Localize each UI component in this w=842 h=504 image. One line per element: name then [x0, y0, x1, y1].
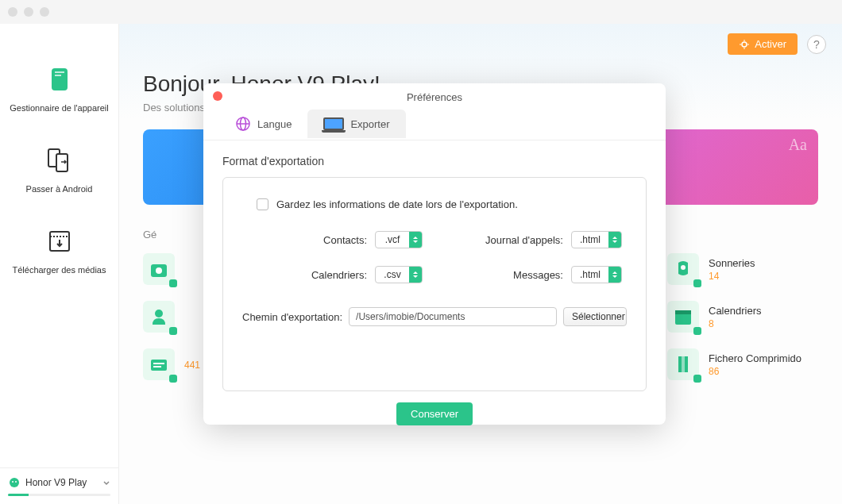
- stepper-icon: [409, 232, 422, 248]
- svg-point-16: [156, 267, 162, 274]
- sidebar: Gestionnaire de l'appareil Passer à Andr…: [0, 24, 119, 504]
- grid-item[interactable]: Calendriers 8: [667, 301, 818, 333]
- calendriers-label: Calendriers:: [311, 269, 367, 281]
- device-footer: Honor V9 Play: [0, 467, 118, 504]
- tab-exporter[interactable]: Exporter: [307, 110, 405, 138]
- category-icon: [667, 348, 699, 380]
- help-button[interactable]: ?: [807, 35, 826, 54]
- modal-title: Préférences: [203, 83, 666, 108]
- category-icon: [667, 301, 699, 333]
- category-title: Calendriers: [709, 305, 761, 317]
- sidebar-item-label: Gestionnaire de l'appareil: [8, 103, 110, 113]
- stepper-icon: [608, 232, 621, 248]
- svg-rect-26: [153, 363, 164, 364]
- select-path-button[interactable]: Sélectionner: [563, 307, 627, 326]
- android-icon: [8, 476, 21, 489]
- messages-label: Messages:: [513, 269, 563, 281]
- svg-point-19: [681, 265, 686, 270]
- window-titlebar: [0, 0, 842, 24]
- storage-bar: [8, 494, 110, 496]
- path-label: Chemin d'exportation:: [242, 311, 342, 323]
- minimize-window-button[interactable]: [24, 7, 33, 17]
- svg-point-7: [10, 478, 19, 487]
- keep-date-label: Gardez les informations de date lors de …: [276, 198, 518, 210]
- sidebar-item-label: Télécharger des médias: [8, 265, 110, 275]
- sidebar-item-device-manager[interactable]: Gestionnaire de l'appareil: [0, 48, 118, 129]
- category-count: 441: [184, 360, 200, 371]
- close-window-button[interactable]: [8, 7, 17, 17]
- svg-point-9: [15, 481, 17, 483]
- svg-rect-25: [151, 360, 167, 371]
- messages-format-select[interactable]: .html: [571, 266, 622, 283]
- category-count: 86: [709, 366, 801, 377]
- globe-icon: [235, 116, 251, 132]
- laptop-icon: [323, 117, 344, 130]
- contacts-format-select[interactable]: .vcf: [375, 231, 423, 248]
- contacts-label: Contacts:: [323, 234, 367, 246]
- sidebar-item-switch-android[interactable]: Passer à Android: [0, 129, 118, 210]
- stepper-icon: [409, 267, 422, 283]
- traffic-lights: [8, 7, 49, 17]
- svg-point-20: [155, 310, 163, 317]
- phone-icon: [44, 63, 75, 95]
- svg-rect-27: [153, 366, 161, 367]
- device-selector[interactable]: Honor V9 Play: [8, 476, 110, 489]
- preferences-modal: Préférences Langue Exporter Format d'exp…: [203, 83, 666, 425]
- category-count: 8: [709, 318, 761, 329]
- maximize-window-button[interactable]: [40, 7, 49, 17]
- journal-format-select[interactable]: .html: [571, 231, 622, 248]
- save-button[interactable]: Conserver: [396, 402, 473, 425]
- export-path-input[interactable]: [349, 307, 557, 326]
- svg-rect-1: [55, 71, 64, 73]
- journal-label: Journal d'appels:: [485, 234, 563, 246]
- chevron-down-icon: [102, 479, 110, 487]
- sidebar-item-label: Passer à Android: [8, 184, 110, 194]
- category-count: 14: [709, 271, 755, 282]
- svg-rect-24: [675, 310, 691, 314]
- close-modal-button[interactable]: [213, 91, 222, 101]
- section-heading: Format d'exportation: [222, 155, 647, 167]
- tab-langue[interactable]: Langue: [219, 108, 307, 140]
- activate-button[interactable]: Activer: [728, 33, 798, 55]
- category-icon: [143, 301, 175, 333]
- calendriers-format-select[interactable]: .csv: [375, 266, 423, 283]
- category-icon: [667, 253, 699, 285]
- svg-rect-2: [55, 75, 61, 76]
- category-icon: [143, 348, 175, 380]
- svg-point-8: [12, 481, 14, 483]
- category-icon: [143, 253, 175, 285]
- grid-item[interactable]: Sonneries 14: [667, 253, 818, 285]
- sidebar-item-download-media[interactable]: Télécharger des médias: [0, 210, 118, 290]
- device-name: Honor V9 Play: [25, 477, 87, 488]
- transfer-icon: [44, 144, 75, 176]
- svg-rect-34: [682, 356, 685, 372]
- keep-date-checkbox[interactable]: [257, 198, 268, 210]
- stepper-icon: [608, 267, 621, 283]
- category-title: Sonneries: [709, 257, 755, 269]
- key-icon: [739, 39, 750, 50]
- download-icon: [44, 225, 75, 257]
- aa-icon: Aa: [789, 136, 807, 154]
- grid-item[interactable]: Fichero Comprimido 86: [667, 348, 818, 380]
- category-title: Fichero Comprimido: [709, 352, 801, 364]
- svg-point-10: [742, 42, 747, 47]
